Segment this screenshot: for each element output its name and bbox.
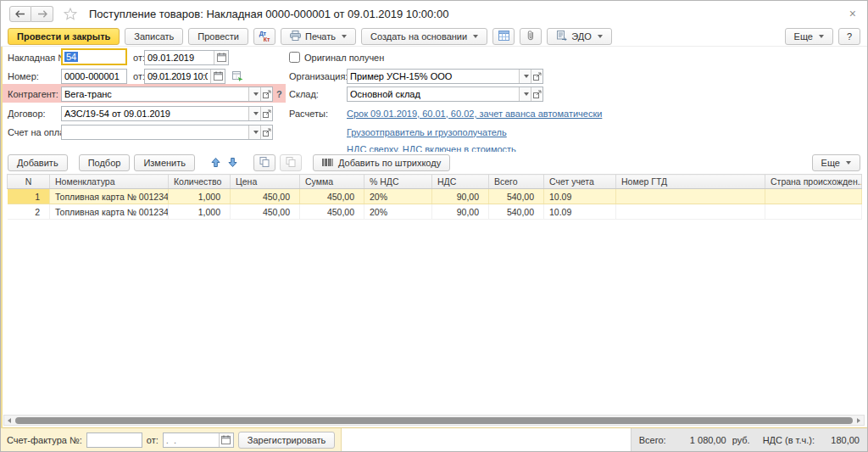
table-row[interactable]: 1 Топливная карта № 001234898 1,000 450,… bbox=[8, 189, 862, 204]
print-button[interactable]: Печать bbox=[281, 28, 356, 45]
items-section: Добавить Подбор Изменить Добавить по штр… bbox=[1, 152, 867, 428]
table-row[interactable]: 2 Топливная карта № 001234899 1,000 450,… bbox=[8, 204, 862, 220]
invoice-facture-date-input[interactable] bbox=[164, 433, 219, 447]
cell-sum[interactable]: 450,00 bbox=[300, 189, 364, 204]
number-field[interactable] bbox=[61, 69, 127, 84]
items-more-button[interactable]: Еще bbox=[812, 154, 860, 171]
cell-country[interactable] bbox=[765, 204, 862, 220]
calendar-icon[interactable] bbox=[210, 70, 225, 83]
calendar-icon[interactable] bbox=[214, 51, 228, 64]
consignor-link[interactable]: Грузоотправитель и грузополучатель bbox=[347, 127, 507, 137]
dropdown-button[interactable] bbox=[519, 70, 531, 83]
number-label: Номер: bbox=[8, 71, 39, 81]
counterparty-help-icon[interactable]: ? bbox=[276, 89, 282, 99]
add-by-barcode-button[interactable]: Добавить по штрихкоду bbox=[313, 154, 450, 171]
cell-gtd[interactable] bbox=[616, 204, 765, 220]
contract-input[interactable] bbox=[62, 107, 248, 120]
payment-invoice-field[interactable] bbox=[61, 125, 273, 140]
settlements-link[interactable]: Срок 09.01.2019, 60.01, 60.02, зачет ава… bbox=[347, 109, 602, 119]
move-down-button[interactable] bbox=[226, 157, 239, 170]
cell-vat-percent[interactable]: 20% bbox=[364, 189, 432, 204]
post-and-close-button[interactable]: Провести и закрыть bbox=[8, 28, 120, 45]
cell-vat[interactable]: 90,00 bbox=[432, 204, 489, 220]
cell-vat[interactable]: 90,00 bbox=[432, 189, 489, 204]
edo-button[interactable]: ЭДО bbox=[547, 28, 612, 45]
open-button[interactable] bbox=[260, 126, 272, 139]
move-up-button[interactable] bbox=[209, 157, 222, 170]
cell-nomenclature[interactable]: Топливная карта № 001234898 bbox=[50, 189, 169, 204]
warehouse-field[interactable] bbox=[347, 86, 543, 102]
cell-nomenclature[interactable]: Топливная карта № 001234899 bbox=[50, 204, 169, 220]
scrollbar-thumb[interactable] bbox=[15, 417, 853, 424]
add-row-button[interactable]: Добавить bbox=[8, 154, 68, 171]
original-received-checkbox[interactable] bbox=[289, 52, 300, 63]
number-input[interactable] bbox=[62, 70, 126, 83]
datetime-field[interactable] bbox=[144, 69, 225, 84]
cell-gtd[interactable] bbox=[616, 189, 765, 204]
dropdown-button[interactable] bbox=[248, 107, 260, 120]
scroll-left-icon[interactable] bbox=[4, 418, 14, 423]
invoice-facture-date-field[interactable] bbox=[163, 432, 234, 448]
calendar-icon[interactable] bbox=[219, 433, 233, 447]
open-button[interactable] bbox=[531, 87, 542, 101]
invoice-date-field[interactable] bbox=[144, 50, 229, 65]
datetime-input[interactable] bbox=[145, 70, 210, 83]
cell-account[interactable]: 10.09 bbox=[544, 204, 616, 220]
payment-invoice-input[interactable] bbox=[62, 126, 248, 139]
dropdown-button[interactable] bbox=[248, 87, 260, 101]
col-header-n: N bbox=[8, 175, 50, 189]
invoice-facture-from-label: от: bbox=[147, 435, 159, 445]
cell-quantity[interactable]: 1,000 bbox=[169, 189, 231, 204]
cell-n[interactable]: 2 bbox=[8, 204, 50, 220]
close-icon[interactable]: × bbox=[847, 8, 859, 20]
report-grid-icon bbox=[498, 31, 509, 42]
invoice-facture-field[interactable] bbox=[86, 432, 142, 448]
cell-vat-percent[interactable]: 20% bbox=[364, 204, 432, 220]
cell-country[interactable] bbox=[765, 189, 862, 204]
more-button[interactable]: Еще bbox=[785, 28, 833, 45]
dropdown-button[interactable] bbox=[519, 87, 531, 101]
invoice-date-input[interactable] bbox=[145, 51, 214, 64]
cell-quantity[interactable]: 1,000 bbox=[169, 204, 231, 220]
dropdown-button[interactable] bbox=[248, 126, 260, 139]
open-button[interactable] bbox=[260, 107, 272, 120]
report-button[interactable] bbox=[492, 28, 515, 45]
forward-button[interactable] bbox=[31, 6, 53, 22]
back-button[interactable] bbox=[9, 6, 31, 22]
cell-n[interactable]: 1 bbox=[8, 189, 50, 204]
organization-input[interactable] bbox=[348, 70, 519, 83]
cell-account[interactable]: 10.09 bbox=[544, 189, 616, 204]
cell-total[interactable]: 540,00 bbox=[489, 189, 544, 204]
warehouse-input[interactable] bbox=[348, 87, 519, 101]
number-from-label: от: bbox=[133, 71, 145, 81]
counterparty-field[interactable] bbox=[61, 86, 273, 102]
cell-total[interactable]: 540,00 bbox=[489, 204, 544, 220]
write-button[interactable]: Записать bbox=[125, 28, 183, 45]
create-based-on-button[interactable]: Создать на основании bbox=[361, 28, 487, 45]
invoice-facture-input[interactable] bbox=[87, 433, 142, 447]
scroll-right-icon[interactable] bbox=[854, 418, 864, 423]
favorite-star-icon[interactable] bbox=[64, 8, 77, 20]
edit-row-button[interactable]: Изменить bbox=[134, 154, 195, 171]
attachment-button[interactable] bbox=[520, 28, 542, 45]
pick-button[interactable]: Подбор bbox=[79, 154, 131, 171]
invoice-no-field[interactable]: 54 bbox=[61, 48, 127, 65]
copy-row-button[interactable] bbox=[253, 154, 275, 171]
set-current-datetime-icon[interactable] bbox=[232, 71, 243, 81]
counterparty-input[interactable] bbox=[62, 87, 248, 101]
help-button[interactable]: ? bbox=[838, 28, 860, 45]
dt-kt-button[interactable]: ДтКт bbox=[253, 28, 275, 45]
organization-field[interactable] bbox=[347, 69, 543, 84]
cell-sum[interactable]: 450,00 bbox=[300, 204, 364, 220]
col-header-vat-percent: % НДС bbox=[364, 175, 432, 189]
contract-field[interactable] bbox=[61, 106, 273, 121]
open-button[interactable] bbox=[260, 87, 272, 101]
register-button[interactable]: Зарегистрировать bbox=[238, 432, 336, 449]
cell-price[interactable]: 450,00 bbox=[231, 189, 300, 204]
paste-row-button[interactable] bbox=[280, 154, 302, 171]
post-button[interactable]: Провести bbox=[188, 28, 248, 45]
horizontal-scrollbar[interactable] bbox=[3, 415, 865, 426]
col-header-nomenclature: Номенклатура bbox=[50, 175, 169, 189]
open-button[interactable] bbox=[531, 70, 542, 83]
cell-price[interactable]: 450,00 bbox=[231, 204, 300, 220]
